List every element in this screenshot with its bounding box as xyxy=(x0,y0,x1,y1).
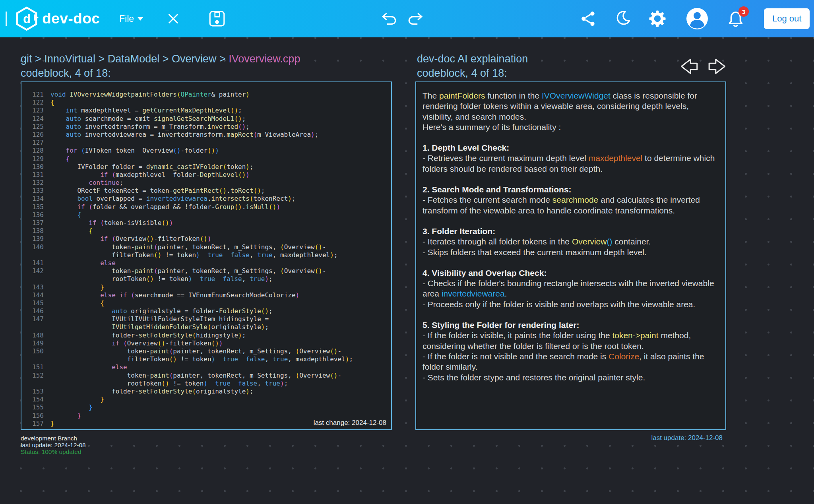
code-text: } xyxy=(50,283,104,291)
code-line: filterToken() != token) true false, true… xyxy=(23,251,390,259)
code-text: token-paint(painter, tokenRect, m_Settin… xyxy=(50,347,341,355)
code-panel: 121void IVOverviewWidgetpaintFolders(QPa… xyxy=(21,81,392,430)
ai-intro-paragraph: The paintFolders function in the IVOverv… xyxy=(423,91,720,132)
ai-section: 4. Visibility and Overlap Check: - Check… xyxy=(423,268,720,310)
ai-header: dev-doc AI explaination codeblock, 4 of … xyxy=(417,52,528,80)
ai-section-item: - Iterates through all folder tokens in … xyxy=(423,236,720,247)
line-number: 141 xyxy=(23,259,50,267)
code-text: for (IVToken token Overview()-folder()) xyxy=(50,147,219,155)
code-line: IVUtilgetHiddenFolderSyle(originalstyle)… xyxy=(23,323,390,331)
notifications-button[interactable]: 3 xyxy=(727,10,745,29)
line-number: 150 xyxy=(23,347,50,355)
code-line: 148 folder-setFolderStyle(hidingstyle); xyxy=(23,331,390,339)
ai-section-item: - Checks if the folder's bounding rectan… xyxy=(423,278,720,299)
prev-codeblock-button[interactable] xyxy=(677,56,699,78)
redo-button[interactable] xyxy=(407,0,424,37)
code-line: 127 xyxy=(23,139,390,147)
code-subtitle: codeblock, 4 of 18: xyxy=(21,66,300,80)
save-button[interactable] xyxy=(208,0,226,37)
code-line: 128 for (IVToken token Overview()-folder… xyxy=(23,147,390,155)
ai-section-title: 5. Styling the Folder for rendering late… xyxy=(423,320,720,330)
line-number: 142 xyxy=(23,267,50,275)
file-menu[interactable]: File xyxy=(119,0,143,37)
code-text: filterToken() != token) true false, true… xyxy=(50,355,353,363)
line-number: 143 xyxy=(23,283,50,291)
code-line: 131 if (maxdepthlevel folder-DepthLevel(… xyxy=(23,171,390,179)
code-text: filterToken() != token) true false, true… xyxy=(50,251,338,259)
code-line: 153 folder-setFolderStyle(originalstyle)… xyxy=(23,388,390,395)
code-text: void IVOverviewWidgetpaintFolders(QPaint… xyxy=(50,91,250,99)
share-icon xyxy=(580,10,596,27)
line-number: 122 xyxy=(23,99,50,107)
line-number xyxy=(23,380,50,388)
code-line: 136 { xyxy=(23,211,390,219)
arrow-right-icon xyxy=(707,56,729,76)
share-button[interactable] xyxy=(580,0,596,37)
ai-intro: The paintFolders function in the IVOverv… xyxy=(423,91,720,122)
code-text: if (folder && overlapped && !folder-Grou… xyxy=(50,203,280,211)
code-line: 144 else if (searchmode == IVEnumEnumSea… xyxy=(23,291,390,299)
close-button[interactable] xyxy=(166,0,180,37)
code-line: 126 auto invertedviewarea = invertedtran… xyxy=(23,131,390,139)
code-text: token-paint(painter, tokenRect, m_Settin… xyxy=(50,372,341,380)
line-number: 155 xyxy=(23,403,50,411)
logout-button[interactable]: Log out xyxy=(764,8,810,29)
avatar xyxy=(686,8,708,30)
line-number: 127 xyxy=(23,139,50,147)
code-line: 125 auto invertedtransform = m_Transform… xyxy=(23,123,390,131)
code-text: } xyxy=(50,420,54,428)
ai-section-item: - If the folder is visible, it paints th… xyxy=(423,330,720,351)
line-number: 123 xyxy=(23,107,50,114)
topbar: d dev-doc File xyxy=(0,0,814,37)
line-number: 151 xyxy=(23,363,50,371)
code-line: 129 { xyxy=(23,155,390,163)
line-number: 140 xyxy=(23,243,50,251)
brand: dev-doc xyxy=(42,0,100,37)
line-number: 121 xyxy=(23,91,50,99)
chevron-down-icon xyxy=(138,17,143,21)
line-number: 147 xyxy=(23,315,50,323)
code-text: token-paint(painter, tokenRect, m_Settin… xyxy=(50,267,326,275)
next-codeblock-button[interactable] xyxy=(707,56,729,78)
redo-icon xyxy=(407,12,424,26)
code-line: 145 { xyxy=(23,299,390,307)
code-text: { xyxy=(50,227,93,235)
topbar-left-divider xyxy=(6,0,7,37)
code-text: continue; xyxy=(50,179,123,187)
ai-intro-summary: Here's a summary of its functionality : xyxy=(423,122,720,132)
code-text: } xyxy=(50,412,81,420)
code-line: 143 } xyxy=(23,283,390,291)
line-number: 133 xyxy=(23,187,50,195)
ai-section: 3. Folder Iteration: - Iterates through … xyxy=(423,226,720,258)
settings-button[interactable] xyxy=(648,0,667,37)
account-button[interactable] xyxy=(686,0,708,37)
footer-last-update: last update: 2024-12-08 xyxy=(21,442,86,448)
line-number: 138 xyxy=(23,227,50,235)
code-text: { xyxy=(50,299,104,307)
code-text: else if (searchmode == IVEnumEnumSearchM… xyxy=(50,291,299,299)
line-number: 148 xyxy=(23,331,50,339)
line-number: 136 xyxy=(23,211,50,219)
code-line: 140 token-paint(painter, tokenRect, m_Se… xyxy=(23,243,390,251)
code-line: 123 int maxdepthlevel = getCurrentMaxDep… xyxy=(23,107,390,114)
line-number: 125 xyxy=(23,123,50,131)
code-text: token-paint(painter, tokenRect, m_Settin… xyxy=(50,243,326,251)
dark-mode-button[interactable] xyxy=(614,0,631,37)
line-number: 139 xyxy=(23,235,50,243)
arrow-left-icon xyxy=(677,56,699,76)
breadcrumb-file[interactable]: IVoverview.cpp xyxy=(229,53,300,65)
breadcrumb-path[interactable]: git > InnoVirtual > DataModel > Overview… xyxy=(21,53,229,65)
line-number: 146 xyxy=(23,307,50,315)
code-header: git > InnoVirtual > DataModel > Overview… xyxy=(21,52,300,80)
line-number: 153 xyxy=(23,388,50,395)
code-text: if (token-isVisible()) xyxy=(50,219,173,227)
undo-button[interactable] xyxy=(381,0,397,37)
undo-icon xyxy=(381,12,397,26)
code-text: auto invertedtransform = m_Transform.inv… xyxy=(50,123,250,131)
code-line: filterToken() != token) true false, true… xyxy=(23,355,390,363)
code-text: rootToken() != token) true false, true); xyxy=(50,275,273,283)
breadcrumb[interactable]: git > InnoVirtual > DataModel > Overview… xyxy=(21,52,300,66)
ai-section-title: 2. Search Mode and Transformations: xyxy=(423,184,720,195)
code-line: 137 if (token-isVisible()) xyxy=(23,219,390,227)
line-number: 145 xyxy=(23,299,50,307)
